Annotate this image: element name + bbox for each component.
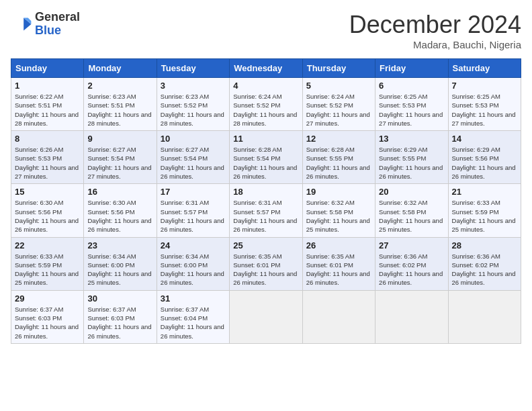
calendar-cell: 13 Sunrise: 6:29 AMSunset: 5:55 PMDaylig…	[375, 131, 448, 184]
day-info: Sunrise: 6:30 AMSunset: 5:56 PMDaylight:…	[15, 199, 79, 233]
day-info: Sunrise: 6:34 AMSunset: 6:00 PMDaylight:…	[161, 253, 224, 287]
day-info: Sunrise: 6:30 AMSunset: 5:56 PMDaylight:…	[87, 199, 151, 233]
day-number: 8	[15, 134, 80, 144]
calendar-cell: 24 Sunrise: 6:34 AMSunset: 6:00 PMDaylig…	[157, 237, 229, 290]
calendar-week-row: 15 Sunrise: 6:30 AMSunset: 5:56 PMDaylig…	[11, 184, 521, 237]
calendar-cell: 7 Sunrise: 6:25 AMSunset: 5:53 PMDayligh…	[448, 78, 521, 131]
calendar-cell: 2 Sunrise: 6:23 AMSunset: 5:51 PMDayligh…	[84, 78, 157, 131]
day-number: 3	[161, 81, 226, 91]
calendar-cell	[230, 290, 302, 343]
calendar-cell: 11 Sunrise: 6:28 AMSunset: 5:54 PMDaylig…	[230, 131, 302, 184]
day-number: 20	[379, 187, 444, 197]
weekday-header: Friday	[375, 59, 448, 78]
calendar-cell: 12 Sunrise: 6:28 AMSunset: 5:55 PMDaylig…	[302, 131, 375, 184]
calendar-cell: 8 Sunrise: 6:26 AMSunset: 5:53 PMDayligh…	[11, 131, 84, 184]
day-info: Sunrise: 6:28 AMSunset: 5:55 PMDaylight:…	[306, 146, 370, 180]
day-number: 14	[452, 134, 517, 144]
day-info: Sunrise: 6:26 AMSunset: 5:53 PMDaylight:…	[15, 146, 79, 180]
calendar-cell: 16 Sunrise: 6:30 AMSunset: 5:56 PMDaylig…	[84, 184, 157, 237]
calendar-cell: 5 Sunrise: 6:24 AMSunset: 5:52 PMDayligh…	[302, 78, 375, 131]
day-number: 26	[306, 240, 371, 250]
day-info: Sunrise: 6:27 AMSunset: 5:54 PMDaylight:…	[87, 146, 151, 180]
calendar-cell: 17 Sunrise: 6:31 AMSunset: 5:57 PMDaylig…	[157, 184, 229, 237]
day-number: 10	[161, 134, 226, 144]
day-number: 31	[161, 293, 226, 304]
day-info: Sunrise: 6:29 AMSunset: 5:55 PMDaylight:…	[379, 146, 443, 180]
day-info: Sunrise: 6:35 AMSunset: 6:01 PMDaylight:…	[233, 253, 297, 287]
calendar-cell: 4 Sunrise: 6:24 AMSunset: 5:52 PMDayligh…	[230, 78, 302, 131]
day-info: Sunrise: 6:23 AMSunset: 5:52 PMDaylight:…	[161, 93, 224, 127]
calendar-body: 1 Sunrise: 6:22 AMSunset: 5:51 PMDayligh…	[11, 78, 521, 344]
calendar: SundayMondayTuesdayWednesdayThursdayFrid…	[11, 58, 521, 344]
day-number: 6	[379, 81, 444, 91]
day-info: Sunrise: 6:32 AMSunset: 5:58 PMDaylight:…	[379, 199, 443, 233]
day-number: 28	[452, 240, 517, 250]
calendar-week-row: 29 Sunrise: 6:37 AMSunset: 6:03 PMDaylig…	[11, 290, 521, 343]
calendar-cell: 18 Sunrise: 6:31 AMSunset: 5:57 PMDaylig…	[230, 184, 302, 237]
day-info: Sunrise: 6:27 AMSunset: 5:54 PMDaylight:…	[161, 146, 224, 180]
calendar-cell: 1 Sunrise: 6:22 AMSunset: 5:51 PMDayligh…	[11, 78, 84, 131]
location: Madara, Bauchi, Nigeria	[349, 39, 521, 50]
calendar-cell: 25 Sunrise: 6:35 AMSunset: 6:01 PMDaylig…	[230, 237, 302, 290]
day-number: 27	[379, 240, 444, 250]
day-info: Sunrise: 6:35 AMSunset: 6:01 PMDaylight:…	[306, 253, 370, 287]
day-number: 2	[87, 81, 152, 91]
day-info: Sunrise: 6:37 AMSunset: 6:03 PMDaylight:…	[15, 306, 79, 340]
day-info: Sunrise: 6:34 AMSunset: 6:00 PMDaylight:…	[87, 253, 151, 287]
day-number: 9	[87, 134, 152, 144]
day-number: 11	[233, 134, 298, 144]
calendar-cell: 29 Sunrise: 6:37 AMSunset: 6:03 PMDaylig…	[11, 290, 84, 343]
day-number: 25	[233, 240, 298, 250]
day-info: Sunrise: 6:28 AMSunset: 5:54 PMDaylight:…	[233, 146, 297, 180]
day-info: Sunrise: 6:33 AMSunset: 5:59 PMDaylight:…	[15, 253, 79, 287]
title-area: December 2024 Madara, Bauchi, Nigeria	[349, 11, 521, 50]
logo-icon	[11, 13, 32, 35]
day-info: Sunrise: 6:25 AMSunset: 5:53 PMDaylight:…	[379, 93, 443, 127]
weekday-header: Tuesday	[157, 59, 229, 78]
calendar-cell: 9 Sunrise: 6:27 AMSunset: 5:54 PMDayligh…	[84, 131, 157, 184]
calendar-cell: 15 Sunrise: 6:30 AMSunset: 5:56 PMDaylig…	[11, 184, 84, 237]
calendar-cell: 21 Sunrise: 6:33 AMSunset: 5:59 PMDaylig…	[448, 184, 521, 237]
day-number: 21	[452, 187, 517, 197]
day-info: Sunrise: 6:32 AMSunset: 5:58 PMDaylight:…	[306, 199, 370, 233]
calendar-cell: 27 Sunrise: 6:36 AMSunset: 6:02 PMDaylig…	[375, 237, 448, 290]
calendar-week-row: 1 Sunrise: 6:22 AMSunset: 5:51 PMDayligh…	[11, 78, 521, 131]
calendar-cell: 22 Sunrise: 6:33 AMSunset: 5:59 PMDaylig…	[11, 237, 84, 290]
day-number: 24	[161, 240, 226, 250]
calendar-cell: 28 Sunrise: 6:36 AMSunset: 6:02 PMDaylig…	[448, 237, 521, 290]
day-number: 4	[233, 81, 298, 91]
weekday-header: Saturday	[448, 59, 521, 78]
calendar-cell: 14 Sunrise: 6:29 AMSunset: 5:56 PMDaylig…	[448, 131, 521, 184]
weekday-header-row: SundayMondayTuesdayWednesdayThursdayFrid…	[11, 59, 521, 78]
day-number: 30	[87, 293, 152, 304]
day-number: 7	[452, 81, 517, 91]
weekday-header: Monday	[84, 59, 157, 78]
calendar-cell: 23 Sunrise: 6:34 AMSunset: 6:00 PMDaylig…	[84, 237, 157, 290]
day-number: 17	[161, 187, 226, 197]
day-info: Sunrise: 6:24 AMSunset: 5:52 PMDaylight:…	[233, 93, 297, 127]
logo-blue: Blue	[35, 24, 80, 38]
calendar-cell: 3 Sunrise: 6:23 AMSunset: 5:52 PMDayligh…	[157, 78, 229, 131]
day-info: Sunrise: 6:36 AMSunset: 6:02 PMDaylight:…	[379, 253, 443, 287]
calendar-cell	[448, 290, 521, 343]
day-number: 5	[306, 81, 371, 91]
day-number: 12	[306, 134, 371, 144]
logo: General Blue	[11, 11, 80, 38]
month-title: December 2024	[349, 11, 521, 39]
calendar-cell: 30 Sunrise: 6:37 AMSunset: 6:03 PMDaylig…	[84, 290, 157, 343]
calendar-week-row: 22 Sunrise: 6:33 AMSunset: 5:59 PMDaylig…	[11, 237, 521, 290]
day-number: 23	[87, 240, 152, 250]
day-number: 18	[233, 187, 298, 197]
calendar-cell	[375, 290, 448, 343]
calendar-week-row: 8 Sunrise: 6:26 AMSunset: 5:53 PMDayligh…	[11, 131, 521, 184]
weekday-header: Sunday	[11, 59, 84, 78]
logo-general: General	[35, 11, 80, 24]
calendar-cell: 19 Sunrise: 6:32 AMSunset: 5:58 PMDaylig…	[302, 184, 375, 237]
day-info: Sunrise: 6:29 AMSunset: 5:56 PMDaylight:…	[452, 146, 516, 180]
day-number: 13	[379, 134, 444, 144]
day-info: Sunrise: 6:33 AMSunset: 5:59 PMDaylight:…	[452, 199, 516, 233]
day-number: 29	[15, 293, 80, 304]
day-number: 22	[15, 240, 80, 250]
calendar-cell: 26 Sunrise: 6:35 AMSunset: 6:01 PMDaylig…	[302, 237, 375, 290]
day-number: 16	[87, 187, 152, 197]
